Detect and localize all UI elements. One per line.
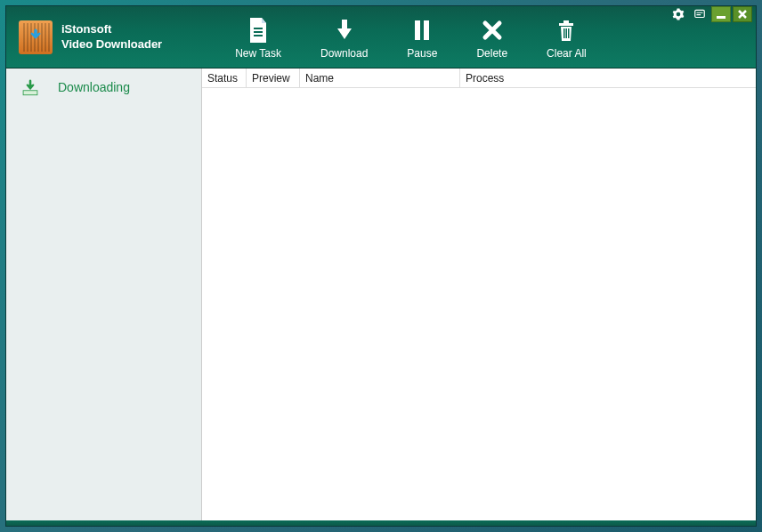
svg-rect-1 — [254, 28, 263, 29]
close-button[interactable] — [733, 6, 752, 22]
gear-icon — [672, 8, 685, 20]
footer-bar — [6, 520, 756, 526]
sidebar-downloading-label: Downloading — [58, 80, 130, 94]
downloading-icon — [20, 77, 40, 97]
close-icon — [737, 9, 748, 20]
column-headers: Status Preview Name Process — [202, 69, 756, 88]
svg-rect-11 — [568, 28, 570, 38]
main-area: Status Preview Name Process — [202, 69, 756, 520]
sidebar-item-downloading[interactable]: Downloading — [6, 69, 201, 106]
download-list — [202, 88, 756, 520]
svg-rect-16 — [29, 81, 32, 86]
svg-rect-0 — [34, 29, 36, 35]
body-area: Downloading Status Preview Name Process — [6, 69, 756, 520]
window-controls — [669, 6, 752, 22]
delete-label: Delete — [476, 47, 507, 60]
minimize-icon — [716, 9, 726, 20]
download-button[interactable]: Download — [301, 6, 387, 68]
app-window: iStonsoft Video Downloader New Task — [5, 5, 757, 527]
pause-icon — [411, 15, 433, 45]
svg-rect-12 — [695, 10, 705, 17]
svg-rect-10 — [566, 28, 568, 38]
pause-label: Pause — [407, 47, 437, 60]
svg-rect-5 — [415, 20, 420, 40]
document-icon — [247, 15, 270, 45]
new-task-button[interactable]: New Task — [215, 6, 301, 68]
settings-button[interactable] — [669, 6, 688, 22]
svg-rect-9 — [563, 28, 565, 38]
download-icon — [332, 15, 357, 45]
pause-button[interactable]: Pause — [387, 6, 457, 68]
svg-rect-8 — [563, 20, 569, 23]
svg-rect-6 — [424, 20, 429, 40]
svg-rect-15 — [24, 91, 37, 94]
delete-button[interactable]: Delete — [457, 6, 527, 68]
clear-all-label: Clear All — [547, 47, 587, 60]
svg-rect-3 — [254, 35, 263, 36]
titlebar: iStonsoft Video Downloader New Task — [6, 6, 756, 69]
trash-icon — [555, 15, 577, 45]
svg-rect-2 — [254, 31, 263, 33]
column-status[interactable]: Status — [202, 69, 247, 87]
svg-rect-7 — [559, 23, 573, 26]
column-preview[interactable]: Preview — [247, 69, 300, 87]
download-arrow-icon — [27, 28, 45, 46]
sidebar: Downloading — [6, 69, 202, 520]
feedback-button[interactable] — [690, 6, 709, 22]
app-title-line1: iStonsoft — [61, 22, 162, 37]
app-logo — [19, 20, 53, 54]
app-title-line2: Video Downloader — [61, 37, 162, 52]
column-process[interactable]: Process — [460, 69, 756, 87]
column-name[interactable]: Name — [300, 69, 460, 87]
delete-icon — [481, 15, 504, 45]
svg-rect-13 — [717, 16, 726, 19]
minimize-button[interactable] — [711, 6, 731, 22]
new-task-label: New Task — [235, 47, 281, 60]
clear-all-button[interactable]: Clear All — [527, 6, 606, 68]
toolbar: New Task Download Paus — [215, 6, 606, 68]
app-title: iStonsoft Video Downloader — [61, 22, 162, 52]
feedback-icon — [693, 8, 706, 20]
download-label: Download — [320, 47, 368, 60]
